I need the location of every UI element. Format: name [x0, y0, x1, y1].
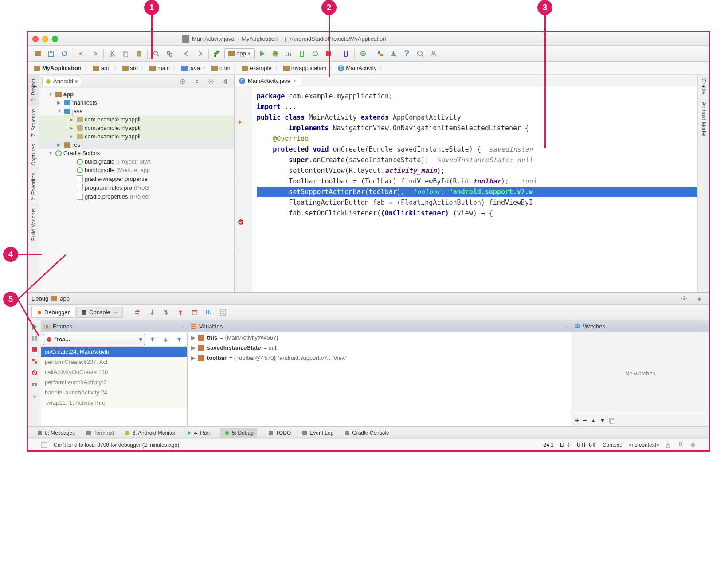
- tree-row[interactable]: ▼Gradle Scripts: [39, 149, 234, 157]
- hide-icon[interactable]: [219, 75, 231, 88]
- bottom-tab[interactable]: 4: Run: [186, 430, 210, 436]
- tool-window-tab[interactable]: 1: Project: [28, 75, 39, 105]
- tool-window-tab[interactable]: Android Model: [698, 98, 709, 140]
- step-over-button[interactable]: [132, 306, 144, 319]
- paste-button[interactable]: [133, 47, 145, 60]
- thread-selector[interactable]: "ma... ▾: [43, 334, 145, 345]
- tree-row[interactable]: ▶res: [39, 140, 234, 149]
- avd-manager-button[interactable]: [340, 47, 352, 60]
- run-config-selector[interactable]: app ▾: [224, 48, 255, 59]
- collapse-all-icon[interactable]: [191, 75, 203, 88]
- profile-button[interactable]: [282, 47, 295, 60]
- back-button[interactable]: [180, 47, 193, 60]
- tree-caret-icon[interactable]: ▶: [70, 125, 75, 130]
- status-icon[interactable]: [41, 442, 47, 448]
- run-to-cursor-button[interactable]: [203, 306, 215, 319]
- bottom-tab[interactable]: TODO: [268, 430, 291, 436]
- sdk-manager-button[interactable]: [357, 47, 369, 60]
- watch-down-button[interactable]: ▼: [600, 417, 606, 424]
- zoom-window-button[interactable]: [52, 36, 58, 42]
- editor-tab-mainactivity[interactable]: C MainActivity.java ×: [235, 76, 301, 86]
- redo-button[interactable]: [89, 47, 101, 60]
- frame-row[interactable]: performLaunchActivity:2: [41, 377, 187, 387]
- drop-frame-button[interactable]: [188, 306, 201, 319]
- tree-row[interactable]: build.gradle (Project: MyA: [39, 157, 234, 166]
- bottom-tab[interactable]: Gradle Console: [344, 430, 389, 436]
- tree-row[interactable]: ▶com.example.myappli: [39, 124, 234, 132]
- tool-window-tab[interactable]: Build Variants: [28, 204, 39, 244]
- bottom-tab[interactable]: Terminal: [86, 430, 114, 436]
- open-button[interactable]: [31, 47, 44, 60]
- breadcrumb-item[interactable]: myapplication: [281, 62, 329, 74]
- rerun-button[interactable]: [309, 47, 321, 60]
- evaluate-button[interactable]: [217, 306, 229, 319]
- debug-settings-icon[interactable]: [678, 293, 690, 305]
- console-tab[interactable]: Console →: [76, 307, 123, 318]
- tree-row[interactable]: build.gradle (Module: app: [39, 166, 234, 174]
- tree-caret-icon[interactable]: ▼: [48, 92, 54, 97]
- tree-row[interactable]: ▼app: [39, 90, 234, 98]
- project-tree[interactable]: ▼app▶manifests▼java▶com.example.myappli▶…: [39, 88, 234, 203]
- breadcrumb-item[interactable]: CMainActivity: [335, 62, 379, 74]
- frame-row[interactable]: onCreate:24, MainActiviti: [41, 347, 187, 357]
- tree-row[interactable]: ▶com.example.myappli: [39, 132, 234, 140]
- force-step-into-button[interactable]: [160, 306, 172, 319]
- copy-watch-button[interactable]: [609, 418, 615, 424]
- frame-row[interactable]: handleLaunchActivity:24: [41, 387, 187, 398]
- frame-row[interactable]: callActivityOnCreate:110: [41, 367, 187, 377]
- breadcrumb-item[interactable]: main: [147, 62, 172, 74]
- refresh-button[interactable]: [58, 47, 70, 60]
- stop-debug-button[interactable]: [30, 345, 39, 355]
- breadcrumb-item[interactable]: src: [120, 62, 141, 74]
- bottom-tab[interactable]: Event Log: [301, 430, 333, 436]
- breakpoints-button[interactable]: [30, 356, 39, 366]
- tree-caret-icon[interactable]: ▶: [57, 100, 63, 105]
- line-separator[interactable]: LF⇕: [560, 442, 571, 448]
- bottom-tab[interactable]: 0: Messages: [37, 430, 75, 436]
- remove-watch-button[interactable]: −: [583, 417, 587, 425]
- step-into-button[interactable]: [146, 306, 158, 319]
- filter-frames-button[interactable]: [173, 333, 185, 346]
- watch-up-button[interactable]: ▲: [591, 417, 596, 424]
- context-value[interactable]: <no context>: [629, 442, 659, 448]
- frames-list[interactable]: onCreate:24, MainActivitiperformCreate:6…: [41, 347, 187, 408]
- tree-caret-icon[interactable]: ▶: [70, 134, 75, 139]
- camera-button[interactable]: [30, 379, 39, 389]
- tree-row[interactable]: gradle.properties (Project: [39, 192, 234, 201]
- breadcrumb-item[interactable]: app: [90, 62, 114, 74]
- close-window-button[interactable]: [32, 36, 39, 42]
- debug-hide-icon[interactable]: [693, 293, 705, 305]
- tree-caret-icon[interactable]: ▶: [70, 117, 75, 122]
- expand-icon[interactable]: ▶: [191, 334, 196, 341]
- frame-row[interactable]: performCreate:6237, Act: [41, 357, 187, 367]
- account-button[interactable]: [427, 47, 440, 60]
- mute-breakpoints-button[interactable]: [30, 368, 39, 378]
- tree-row[interactable]: ▶manifests: [39, 98, 234, 107]
- forward-button[interactable]: [194, 47, 206, 60]
- sync-button[interactable]: [374, 47, 387, 60]
- variable-row[interactable]: ▶toolbar = {Toolbar@4570} "android.suppo…: [188, 353, 571, 363]
- run-button[interactable]: [256, 47, 268, 60]
- tree-row[interactable]: proguard-rules.pro (ProG: [39, 183, 234, 192]
- step-out-button[interactable]: [174, 306, 187, 319]
- tool-window-tab[interactable]: Gradle: [698, 75, 709, 98]
- expand-icon[interactable]: ▶: [191, 344, 196, 351]
- add-watch-button[interactable]: +: [575, 417, 579, 425]
- code-content[interactable]: package com.example.myapplication;import…: [252, 87, 697, 292]
- tree-caret-icon[interactable]: ▼: [48, 151, 54, 156]
- tool-window-tab[interactable]: Captures: [28, 140, 39, 169]
- tab-close-icon[interactable]: ×: [293, 78, 297, 84]
- breadcrumb-item[interactable]: java: [179, 62, 203, 74]
- attach-debugger-button[interactable]: [296, 47, 308, 60]
- debugger-tab[interactable]: Debugger: [31, 307, 74, 318]
- next-frame-button[interactable]: [160, 333, 172, 346]
- expand-icon[interactable]: ▶: [191, 355, 196, 361]
- breadcrumb-item[interactable]: com: [209, 62, 233, 74]
- variable-row[interactable]: ▶this = {MainActivity@4567}: [188, 332, 571, 343]
- minimize-window-button[interactable]: [42, 36, 48, 42]
- variables-list[interactable]: ▶this = {MainActivity@4567}▶savedInstanc…: [188, 332, 571, 426]
- build-button[interactable]: [211, 47, 223, 60]
- download-button[interactable]: [387, 47, 400, 60]
- editor-gutter[interactable]: ⬗ ↑ ↑: [235, 87, 252, 292]
- tool-window-tab[interactable]: 7: Structure: [28, 105, 39, 140]
